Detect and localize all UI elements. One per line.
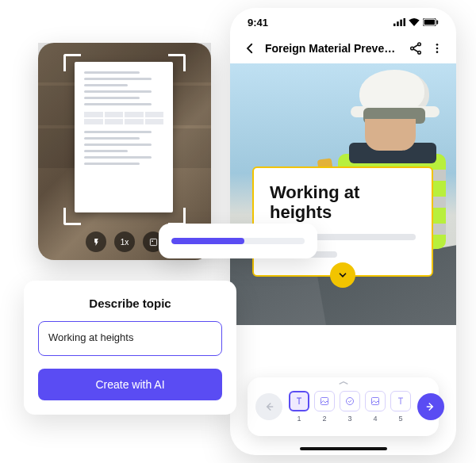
text-block-icon: [390, 391, 411, 411]
scanner-zoom-button[interactable]: 1x: [114, 232, 135, 252]
share-icon[interactable]: [409, 41, 423, 55]
svg-rect-5: [404, 18, 406, 26]
arrow-left-icon: [263, 401, 274, 412]
svg-point-13: [436, 48, 439, 50]
progress-track: [171, 238, 305, 244]
progress-card: [159, 224, 317, 258]
image-block-icon: [314, 391, 335, 411]
scanner-flash-button[interactable]: [86, 232, 106, 252]
svg-rect-2: [393, 24, 396, 26]
scanned-document: [75, 62, 173, 212]
signal-icon: [393, 18, 405, 26]
wifi-icon: [409, 18, 420, 26]
svg-rect-7: [424, 20, 435, 25]
status-bar: 9:41: [230, 8, 456, 36]
status-icons: [393, 18, 439, 26]
battery-icon: [423, 18, 439, 26]
scan-frame-corner: [168, 208, 186, 225]
svg-point-14: [436, 51, 439, 53]
arrow-right-icon: [425, 401, 436, 412]
step-number: 2: [322, 415, 326, 423]
lesson-hero: Working at heights: [230, 63, 456, 325]
more-icon[interactable]: [431, 41, 443, 55]
status-time: 9:41: [248, 17, 268, 29]
svg-rect-3: [397, 21, 399, 26]
image-block-icon: [365, 391, 386, 411]
step-item[interactable]: 4: [365, 391, 386, 423]
prev-step-button[interactable]: [255, 393, 282, 420]
lesson-title: Working at heights: [270, 182, 416, 223]
text-block-icon: [289, 391, 309, 411]
svg-point-1: [152, 240, 153, 242]
describe-topic-card: Describe topic Create with AI: [24, 281, 236, 415]
scan-frame-corner: [63, 208, 81, 225]
step-item[interactable]: 1: [289, 391, 309, 423]
quiz-block-icon: [340, 391, 360, 411]
svg-rect-4: [400, 20, 402, 26]
step-number: 3: [347, 415, 351, 423]
topic-input[interactable]: [38, 321, 222, 356]
svg-rect-8: [437, 21, 439, 25]
step-number: 5: [398, 415, 402, 423]
step-number: 1: [297, 415, 301, 423]
svg-point-12: [436, 44, 439, 46]
svg-rect-0: [150, 239, 156, 245]
expand-button[interactable]: [330, 262, 355, 288]
page-title: Foreign Material Prevention...: [265, 42, 401, 55]
describe-topic-label: Describe topic: [38, 297, 222, 310]
back-button[interactable]: [243, 41, 257, 55]
scan-frame-corner: [63, 54, 81, 71]
svg-point-16: [347, 398, 354, 405]
drag-handle-icon[interactable]: [337, 381, 350, 385]
lesson-title-card[interactable]: Working at heights: [252, 166, 433, 277]
home-indicator: [300, 447, 387, 450]
step-item[interactable]: 3: [340, 391, 360, 423]
create-with-ai-button[interactable]: Create with AI: [38, 369, 222, 400]
step-item[interactable]: 5: [390, 391, 411, 423]
scan-frame-corner: [168, 54, 186, 71]
step-number: 4: [373, 415, 377, 423]
progress-fill: [171, 238, 244, 244]
step-strip: 1 2 3 4: [289, 391, 411, 423]
lesson-step-controls: 1 2 3 4: [248, 377, 439, 436]
step-item[interactable]: 2: [314, 391, 335, 423]
phone-header: Foreign Material Prevention...: [230, 36, 456, 63]
chevron-down-icon: [337, 270, 348, 281]
next-step-button[interactable]: [417, 393, 444, 420]
